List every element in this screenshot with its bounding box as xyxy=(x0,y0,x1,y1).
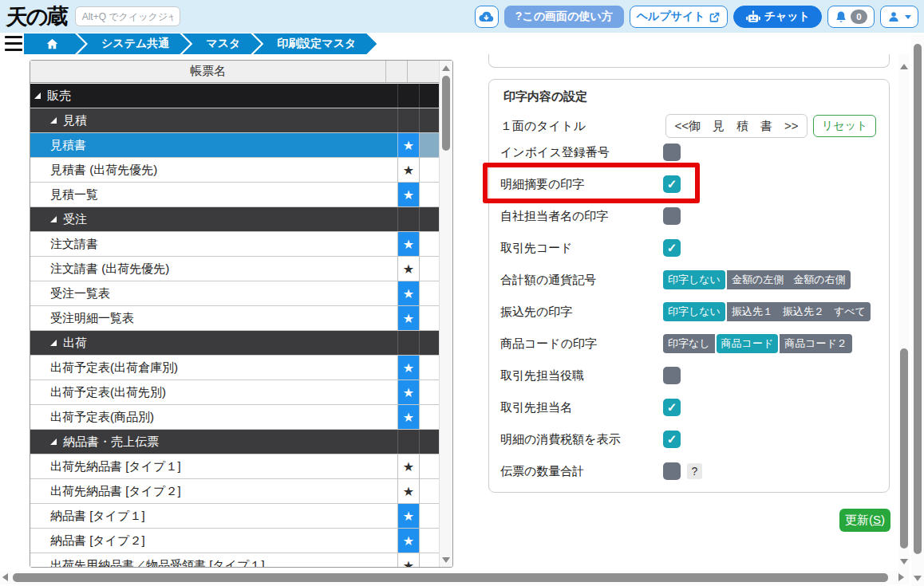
checkbox-checked[interactable]: ✓ xyxy=(663,431,681,448)
page-scrollbar-thumb[interactable] xyxy=(914,44,922,554)
favorite-star-off-icon[interactable]: ★ xyxy=(398,454,420,478)
scroll-up-icon[interactable] xyxy=(900,64,908,69)
segmented-control: 印字なし商品コード商品コード２ xyxy=(663,334,852,353)
settings-panel-scrollbar[interactable] xyxy=(898,54,910,571)
report-label: 受注 xyxy=(63,212,87,227)
help-icon[interactable]: ? xyxy=(687,463,702,479)
checkbox-unchecked[interactable] xyxy=(663,367,681,384)
quick-jump-input[interactable] xyxy=(75,6,180,26)
help-site-button[interactable]: ヘルプサイト xyxy=(630,6,728,28)
segment-option[interactable]: 振込先２ xyxy=(778,302,829,321)
report-row[interactable]: 受注明細一覧表★ xyxy=(30,306,440,331)
scroll-right-icon[interactable] xyxy=(898,573,904,581)
notifications-button[interactable]: 0 xyxy=(827,6,875,28)
breadcrumb-home[interactable] xyxy=(24,33,85,54)
report-row[interactable]: 見積一覧★ xyxy=(30,183,440,207)
checkbox-checked[interactable]: ✓ xyxy=(663,399,681,416)
report-name: 納品書 [タイプ１] xyxy=(30,504,398,528)
reset-button[interactable]: リセット xyxy=(813,115,876,137)
segment-option[interactable]: 商品コード２ xyxy=(780,334,852,353)
collapse-triangle-icon[interactable] xyxy=(50,216,57,222)
favorite-star-icon[interactable]: ★ xyxy=(398,405,420,429)
checkbox-checked[interactable]: ✓ xyxy=(663,239,681,257)
breadcrumb-item-print-settings[interactable]: 印刷設定マスタ xyxy=(253,33,377,54)
report-row[interactable]: 納品書 [タイプ２]★ xyxy=(30,529,440,553)
segment-option[interactable]: 金額の左側 xyxy=(727,270,788,289)
table-scrollbar[interactable] xyxy=(439,61,452,567)
segment-option-selected[interactable]: 印字しない xyxy=(663,302,725,321)
scroll-up-icon[interactable] xyxy=(442,65,450,71)
segment-option-selected[interactable]: 印字しない xyxy=(663,270,725,289)
setting-label: 自社担当者名の印字 xyxy=(500,209,608,224)
segment-option[interactable]: 振込先１ xyxy=(727,302,778,321)
report-row[interactable]: 出荷予定表(出荷倉庫別)★ xyxy=(30,356,440,380)
favorite-star-icon[interactable]: ★ xyxy=(398,133,420,157)
collapse-triangle-icon[interactable] xyxy=(50,439,57,445)
scroll-down-icon[interactable] xyxy=(914,576,922,581)
update-button[interactable]: 更新(S) xyxy=(839,509,890,532)
settings-scrollbar-thumb[interactable] xyxy=(900,348,908,549)
segment-option[interactable]: すべて xyxy=(829,302,871,321)
report-row[interactable]: 見積書★ xyxy=(30,133,440,158)
menu-icon[interactable] xyxy=(5,36,22,51)
favorite-star-icon[interactable]: ★ xyxy=(398,529,420,553)
page-scrollbar[interactable] xyxy=(911,35,924,586)
extra-cell xyxy=(420,331,440,355)
download-button[interactable] xyxy=(475,6,499,28)
report-group-row[interactable]: 出荷 xyxy=(30,331,440,356)
scroll-down-icon[interactable] xyxy=(442,557,450,563)
report-list-body: 販売見積見積書★見積書 (出荷先優先)★見積一覧★受注注文請書★注文請書 (出荷… xyxy=(30,84,440,567)
favorite-star-off-icon[interactable]: ★ xyxy=(398,257,420,281)
favorite-star-icon[interactable]: ★ xyxy=(398,183,420,206)
horizontal-scrollbar[interactable] xyxy=(0,571,910,584)
report-row[interactable]: 出荷先納品書 [タイプ２]★ xyxy=(30,479,440,504)
report-group-row[interactable]: 受注 xyxy=(30,207,440,232)
screen-usage-button[interactable]: ?この画面の使い方 xyxy=(504,6,624,28)
checkbox-checked[interactable]: ✓ xyxy=(663,175,681,193)
favorite-cell-empty xyxy=(398,430,420,454)
favorite-star-icon[interactable]: ★ xyxy=(398,380,420,404)
collapse-triangle-icon[interactable] xyxy=(34,92,41,99)
setting-row: インボイス登録番号 xyxy=(500,140,881,164)
checkbox-unchecked[interactable] xyxy=(663,144,681,161)
favorite-star-off-icon[interactable]: ★ xyxy=(398,479,420,503)
breadcrumb-item-master[interactable]: マスタ xyxy=(182,33,261,54)
segment-option-selected[interactable]: 商品コード xyxy=(717,334,779,353)
report-row[interactable]: 注文請書★ xyxy=(30,232,440,257)
table-scrollbar-thumb[interactable] xyxy=(442,76,450,151)
report-name: 販売 xyxy=(30,84,398,108)
page-title-input[interactable] xyxy=(665,114,808,138)
horizontal-scrollbar-thumb[interactable] xyxy=(13,573,888,582)
scroll-left-icon[interactable] xyxy=(2,573,8,581)
collapse-triangle-icon[interactable] xyxy=(50,117,57,124)
checkbox-unchecked[interactable] xyxy=(663,207,681,225)
report-row[interactable]: 注文請書 (出荷先優先)★ xyxy=(30,257,440,281)
favorite-star-icon[interactable]: ★ xyxy=(398,504,420,528)
report-row[interactable]: 受注一覧表★ xyxy=(30,281,440,306)
report-row[interactable]: 出荷先用納品書／物品受領書 [タイプ１]★ xyxy=(30,553,440,567)
report-row[interactable]: 出荷先納品書 [タイプ１]★ xyxy=(30,454,440,479)
favorite-star-icon[interactable]: ★ xyxy=(398,232,420,256)
favorite-star-icon[interactable]: ★ xyxy=(398,281,420,305)
favorite-star-icon[interactable]: ★ xyxy=(398,306,420,330)
report-row[interactable]: 出荷予定表(商品別)★ xyxy=(30,405,440,430)
favorite-star-off-icon[interactable]: ★ xyxy=(398,158,420,182)
chat-button[interactable]: チャット xyxy=(733,6,822,28)
report-row[interactable]: 出荷予定表(出荷先別)★ xyxy=(30,380,440,405)
user-menu-button[interactable] xyxy=(880,6,918,28)
report-group-row[interactable]: 見積 xyxy=(30,108,440,133)
scroll-down-icon[interactable] xyxy=(900,559,908,564)
report-row[interactable]: 納品書 [タイプ１]★ xyxy=(30,504,440,529)
favorite-star-icon[interactable]: ★ xyxy=(398,356,420,380)
segment-option[interactable]: 印字なし xyxy=(663,334,715,353)
breadcrumb-item-system[interactable]: システム共通 xyxy=(77,33,190,54)
report-name: 見積 xyxy=(30,108,398,132)
setting-row: 商品コードの印字印字なし商品コード商品コード２ xyxy=(500,332,881,356)
report-group-row[interactable]: 納品書・売上伝票 xyxy=(30,430,440,454)
collapse-triangle-icon[interactable] xyxy=(50,340,57,346)
checkbox-unchecked[interactable] xyxy=(663,462,681,480)
segment-option[interactable]: 金額の右側 xyxy=(788,270,850,289)
report-row[interactable]: 見積書 (出荷先優先)★ xyxy=(30,158,440,183)
favorite-star-off-icon[interactable]: ★ xyxy=(398,553,420,567)
report-group-row[interactable]: 販売 xyxy=(30,84,440,108)
